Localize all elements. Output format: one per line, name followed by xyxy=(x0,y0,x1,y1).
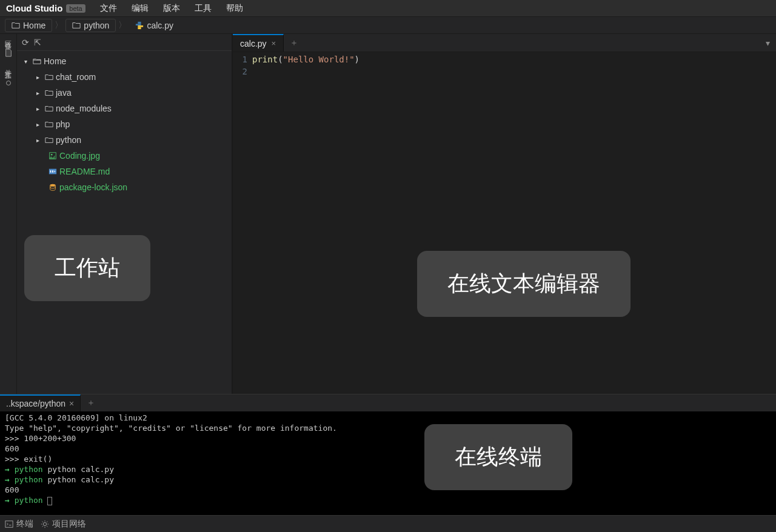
folder-icon xyxy=(45,120,53,128)
close-icon[interactable]: × xyxy=(69,399,74,408)
activity-bar: 修改区 工作文件 xyxy=(0,34,17,394)
menu-tools[interactable]: 工具 xyxy=(189,2,218,15)
tree-label: chat_room xyxy=(56,72,96,82)
chevron-right-icon: ▸ xyxy=(36,121,42,128)
sidebar-toolbar: ⟳ ⇱ xyxy=(17,34,232,51)
term-line: → python python calc.py xyxy=(5,474,771,485)
editor-tab-calc[interactable]: calc.py × xyxy=(233,34,284,52)
tree-file[interactable]: Coding.jpg xyxy=(17,148,232,164)
term-line: → python python calc.py xyxy=(5,464,771,474)
editor-tabs: calc.py × ＋ ▾ xyxy=(233,34,776,52)
tab-label: calc.py xyxy=(240,39,267,48)
term-line: 600 xyxy=(5,444,771,454)
crumb-home[interactable]: Home xyxy=(5,19,52,32)
terminal-tabs: ..kspace/python × ＋ xyxy=(0,394,776,411)
tree-folder[interactable]: ▸ node_modules xyxy=(17,101,232,116)
markdown-icon xyxy=(48,167,57,176)
menu-file[interactable]: 文件 xyxy=(94,2,123,15)
tree-label: php xyxy=(56,119,70,129)
status-label: 项目网络 xyxy=(52,519,86,530)
chevron-right-icon: 〉 xyxy=(118,20,127,31)
tree-label: Home xyxy=(44,56,66,66)
chevron-down-icon[interactable]: ▾ xyxy=(760,38,776,48)
status-terminal[interactable]: 终端 xyxy=(5,519,33,530)
editor: calc.py × ＋ ▾ 1 2 print("Hello World!") xyxy=(233,34,776,394)
tree-folder[interactable]: ▸ python xyxy=(17,132,232,148)
terminal-body[interactable]: [GCC 5.4.0 20160609] on linux2 Type "hel… xyxy=(0,411,776,515)
crumb-label: calc.py xyxy=(147,21,173,30)
term-line: >>> 100+200+300 xyxy=(5,433,771,444)
menu-version[interactable]: 版本 xyxy=(157,2,186,15)
main-area: 修改区 工作文件 ⟳ ⇱ ▾ Home ▸ chat_room ▸ java xyxy=(0,34,776,394)
app-logo: Cloud Studio xyxy=(6,3,62,13)
crumb-label: Home xyxy=(23,21,45,30)
document-icon[interactable] xyxy=(4,48,13,57)
beta-badge: beta xyxy=(66,4,85,13)
svg-point-3 xyxy=(50,184,56,187)
svg-point-6 xyxy=(43,522,46,525)
breadcrumb: Home 〉 python 〉 calc.py xyxy=(0,17,776,34)
status-bar: 终端 项目网络 xyxy=(0,515,776,532)
link-icon[interactable] xyxy=(4,79,13,87)
svg-point-4 xyxy=(50,186,56,188)
folder-icon xyxy=(12,21,20,30)
tree-file[interactable]: package-lock.json xyxy=(17,179,232,195)
svg-rect-5 xyxy=(5,520,13,527)
tree-label: java xyxy=(56,88,72,98)
tree-label: node_modules xyxy=(56,104,112,113)
chevron-right-icon: ▸ xyxy=(36,105,42,112)
tree-folder[interactable]: ▸ php xyxy=(17,116,232,132)
crumb-file[interactable]: calc.py xyxy=(129,19,179,32)
folder-icon xyxy=(72,21,81,30)
chevron-right-icon: ▸ xyxy=(36,137,42,144)
tree-folder[interactable]: ▸ java xyxy=(17,85,232,101)
term-line: >>> exit() xyxy=(5,454,771,464)
tree-label: Coding.jpg xyxy=(59,151,100,161)
add-tab-button[interactable]: ＋ xyxy=(284,38,304,48)
image-icon xyxy=(48,151,57,160)
chevron-down-icon: ▾ xyxy=(24,58,30,65)
tree-file[interactable]: README.md xyxy=(17,164,232,179)
close-icon[interactable]: × xyxy=(272,39,276,48)
menu-edit[interactable]: 编辑 xyxy=(125,2,155,15)
folder-icon xyxy=(45,136,53,144)
gear-icon xyxy=(41,520,49,528)
tree-label: python xyxy=(56,135,81,145)
tab-label: ..kspace/python xyxy=(6,399,65,408)
line-number: 2 xyxy=(233,67,247,79)
crumb-python[interactable]: python xyxy=(65,19,116,32)
terminal-icon xyxy=(5,520,13,528)
code-line: print("Hello World!") xyxy=(252,55,776,67)
cursor-icon xyxy=(47,497,52,505)
crumb-label: python xyxy=(84,21,109,30)
code-line xyxy=(252,67,776,79)
code-content: print("Hello World!") xyxy=(252,55,776,394)
folder-icon xyxy=(45,88,53,97)
status-label: 终端 xyxy=(16,519,33,530)
tree-label: README.md xyxy=(59,167,110,176)
status-network[interactable]: 项目网络 xyxy=(41,519,86,530)
file-tree: ▾ Home ▸ chat_room ▸ java ▸ node_modules… xyxy=(17,51,232,198)
line-gutter: 1 2 xyxy=(233,55,252,394)
chevron-right-icon: ▸ xyxy=(36,74,42,81)
term-line: [GCC 5.4.0 20160609] on linux2 xyxy=(5,413,771,423)
collapse-icon[interactable]: ⇱ xyxy=(34,38,41,47)
folder-icon xyxy=(45,104,53,113)
chevron-right-icon: ▸ xyxy=(36,90,42,96)
menu-help[interactable]: 帮助 xyxy=(220,2,249,15)
add-terminal-button[interactable]: ＋ xyxy=(81,397,101,408)
line-number: 1 xyxy=(233,55,247,67)
tree-root[interactable]: ▾ Home xyxy=(17,53,232,69)
folder-open-icon xyxy=(33,57,41,65)
folder-icon xyxy=(45,73,53,81)
terminal-panel: ..kspace/python × ＋ [GCC 5.4.0 20160609]… xyxy=(0,394,776,515)
tree-folder[interactable]: ▸ chat_room xyxy=(17,69,232,85)
chevron-right-icon: 〉 xyxy=(55,20,63,31)
python-icon xyxy=(135,21,144,30)
refresh-icon[interactable]: ⟳ xyxy=(22,38,29,47)
tree-label: package-lock.json xyxy=(59,182,127,192)
term-line: Type "help", "copyright", "credits" or "… xyxy=(5,423,771,433)
code-area[interactable]: 1 2 print("Hello World!") xyxy=(233,52,776,394)
term-line: 600 xyxy=(5,485,771,495)
terminal-tab[interactable]: ..kspace/python × xyxy=(0,394,81,411)
